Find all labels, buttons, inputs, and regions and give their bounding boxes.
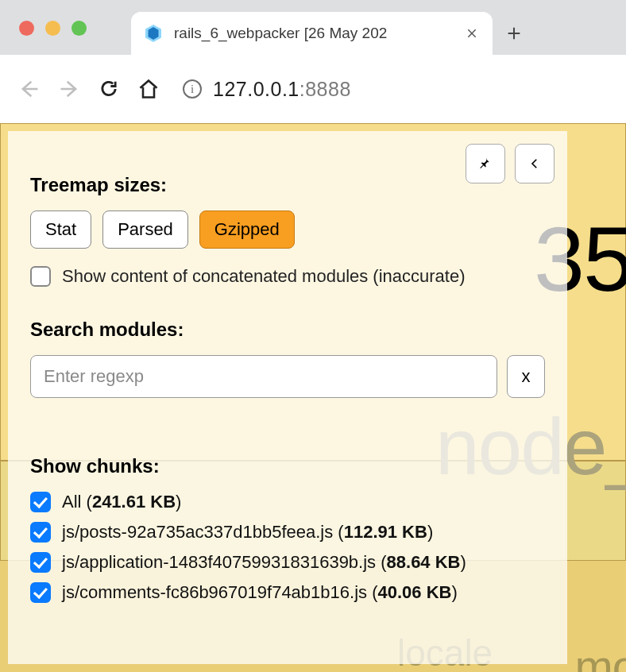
chunk-label[interactable]: js/application-1483f40759931831639b.js (… — [62, 552, 466, 573]
chunk-checkbox[interactable] — [30, 522, 51, 543]
browser-chrome: rails_6_webpacker [26 May 202 i 127.0.0.… — [0, 0, 626, 123]
chunk-checkbox[interactable] — [30, 552, 51, 573]
webpack-icon — [144, 24, 163, 43]
window-controls — [0, 21, 87, 55]
chunk-row: js/posts-92a735ac337d1bb5feea.js (112.91… — [30, 522, 545, 543]
address-bar[interactable]: i 127.0.0.1:8888 — [183, 78, 351, 101]
search-modules-title: Search modules: — [30, 319, 545, 341]
collapse-button[interactable] — [515, 144, 555, 183]
reload-button[interactable] — [95, 75, 122, 102]
size-gzipped-button[interactable]: Gzipped — [199, 210, 295, 249]
new-tab-button[interactable] — [493, 12, 535, 55]
show-concat-label: Show content of concatenated modules (in… — [62, 266, 466, 287]
close-tab-button[interactable] — [464, 25, 480, 41]
back-button[interactable] — [16, 75, 43, 102]
show-concat-checkbox[interactable] — [30, 266, 51, 287]
show-concat-row: Show content of concatenated modules (in… — [30, 266, 545, 287]
site-info-icon[interactable]: i — [183, 79, 202, 98]
page-content: 35 node_ mo locale Treemap sizes: Stat P… — [0, 123, 626, 672]
maximize-window-button[interactable] — [71, 21, 87, 36]
chunk-label[interactable]: All (241.61 KB) — [62, 492, 181, 512]
chunk-list: All (241.61 KB)js/posts-92a735ac337d1bb5… — [30, 492, 545, 603]
chunk-label[interactable]: js/posts-92a735ac337d1bb5feea.js (112.91… — [62, 522, 433, 543]
minimize-window-button[interactable] — [45, 21, 60, 36]
chunk-row: js/application-1483f40759931831639b.js (… — [30, 552, 545, 573]
url-text: 127.0.0.1:8888 — [213, 78, 351, 101]
pin-button[interactable] — [466, 144, 505, 183]
chunk-row: js/comments-fc86b967019f74ab1b16.js (40.… — [30, 582, 545, 603]
chunk-row: All (241.61 KB) — [30, 492, 545, 512]
clear-search-button[interactable]: x — [507, 355, 545, 398]
size-buttons: Stat Parsed Gzipped — [30, 210, 545, 249]
browser-toolbar: i 127.0.0.1:8888 — [0, 55, 626, 123]
close-window-button[interactable] — [19, 21, 34, 36]
forward-button[interactable] — [56, 75, 83, 102]
chunk-checkbox[interactable] — [30, 582, 51, 603]
home-button[interactable] — [135, 75, 162, 102]
search-input[interactable] — [30, 355, 497, 398]
chunk-label[interactable]: js/comments-fc86b967019f74ab1b16.js (40.… — [62, 582, 458, 603]
chunk-checkbox[interactable] — [30, 492, 51, 512]
sidebar-panel: Treemap sizes: Stat Parsed Gzipped Show … — [8, 131, 567, 664]
tab-title: rails_6_webpacker [26 May 202 — [174, 25, 453, 42]
browser-tab[interactable]: rails_6_webpacker [26 May 202 — [131, 12, 493, 55]
size-parsed-button[interactable]: Parsed — [102, 210, 188, 249]
show-chunks-title: Show chunks: — [30, 455, 545, 477]
treemap-label: mo — [574, 639, 626, 672]
tab-bar: rails_6_webpacker [26 May 202 — [0, 0, 626, 55]
size-stat-button[interactable]: Stat — [30, 210, 91, 249]
